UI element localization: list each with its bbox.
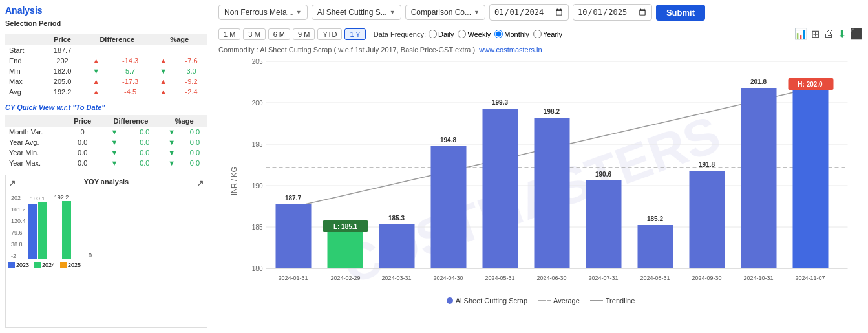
svg-text:2024-06-30: 2024-06-30 [536, 275, 566, 281]
print-icon[interactable]: 🖨 [823, 28, 834, 40]
bar-jan [276, 204, 312, 268]
freq-daily-radio[interactable] [429, 30, 437, 38]
period-ytd-button[interactable]: YTD [317, 28, 342, 40]
cy-diff-arrow: ▼ [100, 147, 128, 158]
svg-text:2024-09-30: 2024-09-30 [692, 275, 721, 281]
stat-pct-val [175, 45, 207, 56]
period-1y-button[interactable]: 1 Y [344, 28, 365, 40]
cy-pct-val: 0.0 [182, 137, 207, 147]
stat-diff-arrow: ▲ [83, 56, 109, 66]
date-start-input[interactable] [489, 4, 569, 21]
stat-label: Start [5, 45, 42, 56]
stat-pct-arrow: ▲ [151, 76, 175, 87]
freq-yearly-label[interactable]: Yearly [533, 30, 562, 38]
svg-text:201.8: 201.8 [750, 78, 767, 85]
stat-pct-arrow: ▲ [151, 56, 175, 66]
cy-diff-val: 0.0 [128, 137, 161, 147]
share-icon[interactable]: ⬛ [850, 28, 863, 40]
cy-diff-val: 0.0 [128, 147, 161, 158]
grid-icon[interactable]: ⊞ [811, 28, 820, 40]
period-bar: 1 M 3 M 6 M 9 M YTD 1 Y Data Frequency: … [213, 25, 868, 43]
bar-mar [379, 224, 415, 268]
svg-text:187.7: 187.7 [285, 195, 301, 202]
svg-text:2024-10-31: 2024-10-31 [743, 275, 773, 281]
cy-diff-arrow: ▼ [100, 137, 128, 147]
legend-bar-label: Al Sheet Cutting Scrap [456, 297, 527, 305]
stat-pct-val: -7.6 [175, 56, 207, 66]
stat-label: Avg [5, 87, 42, 97]
chart-container: INR / KG COSTMASTERS 205 200 195 190 185 [218, 55, 863, 294]
dropdown-metal-type[interactable]: Non Ferrous Meta... ▼ [218, 5, 308, 20]
freq-radio-group: Daily Weekly Monthly Yearly [429, 30, 562, 38]
stats-header-pct: %age [151, 34, 207, 45]
cy-diff-val: 0.0 [128, 127, 161, 137]
website-link[interactable]: www.costmasters.in [479, 46, 542, 54]
cy-diff-val: 0.0 [128, 158, 161, 168]
chart-legend: Al Sheet Cutting Scrap Average Trendline [218, 297, 863, 305]
expand-yoy-left[interactable]: ↗ [8, 178, 16, 188]
main-chart-svg: INR / KG COSTMASTERS 205 200 195 190 185 [218, 55, 863, 294]
freq-yearly-radio[interactable] [533, 30, 542, 38]
stat-price: 187.7 [42, 45, 83, 56]
bar-aug [638, 225, 673, 268]
cy-table: Price Difference %age Month Var. 0 ▼ 0.0… [5, 115, 207, 168]
stats-row: Start 187.7 [5, 45, 207, 56]
stat-pct-val: -2.4 [175, 87, 207, 97]
stats-row: Avg 192.2 ▲ -4.5 ▲ -2.4 [5, 87, 207, 97]
stat-pct-val: 3.0 [175, 66, 207, 76]
bar-nov [793, 86, 829, 268]
cy-label: Year Min. [5, 147, 65, 158]
cy-header-pct: %age [161, 115, 207, 127]
submit-button[interactable]: Submit [656, 5, 705, 21]
svg-text:180: 180 [252, 265, 263, 272]
dropdown-comparison[interactable]: Comparison Co... ▼ [405, 5, 485, 20]
right-panel: Non Ferrous Meta... ▼ Al Sheet Cutting S… [213, 0, 868, 333]
cy-pct-arrow: ▼ [161, 137, 182, 147]
dropdown-commodity[interactable]: Al Sheet Cutting S... ▼ [312, 5, 401, 20]
freq-weekly-radio[interactable] [458, 30, 466, 38]
svg-text:205: 205 [252, 58, 263, 65]
legend-item-bars: Al Sheet Cutting Scrap [447, 297, 527, 305]
svg-text:2024-08-31: 2024-08-31 [640, 275, 670, 281]
date-end-input[interactable] [573, 4, 652, 21]
stat-diff-arrow: ▼ [83, 66, 109, 76]
svg-text:2024-11-07: 2024-11-07 [795, 275, 825, 281]
freq-monthly-radio[interactable] [494, 30, 503, 38]
period-1m-button[interactable]: 1 M [218, 28, 240, 40]
svg-text:194.8: 194.8 [440, 136, 456, 144]
expand-yoy-right[interactable]: ↗ [196, 178, 204, 188]
cy-price: 0.0 [65, 137, 101, 147]
selection-period-label: Selection Period [5, 19, 207, 27]
svg-text:185.3: 185.3 [388, 215, 405, 222]
period-6m-button[interactable]: 6 M [268, 28, 290, 40]
svg-text:L: 185.1: L: 185.1 [333, 223, 358, 230]
freq-daily-label[interactable]: Daily [429, 30, 454, 38]
svg-text:2024-04-30: 2024-04-30 [433, 275, 463, 281]
cy-header-label [5, 115, 65, 127]
left-panel: Analysis Selection Period Price Differen… [0, 0, 213, 333]
cy-label: Month Var. [5, 127, 65, 137]
period-9m-button[interactable]: 9 M [293, 28, 315, 40]
svg-text:2024-01-31: 2024-01-31 [278, 275, 308, 281]
analysis-title: Analysis [5, 5, 207, 16]
legend-item-trend: Trendline [590, 297, 635, 305]
freq-weekly-label[interactable]: Weekly [458, 30, 491, 38]
period-3m-button[interactable]: 3 M [243, 28, 265, 40]
bar-feb [328, 226, 363, 268]
cy-row: Year Max. 0.0 ▼ 0.0 ▼ 0.0 [5, 158, 207, 168]
cy-header-diff: Difference [100, 115, 161, 127]
download-icon[interactable]: ⬇ [838, 28, 846, 40]
svg-text:200: 200 [252, 100, 263, 107]
stats-header-price: Price [42, 34, 83, 45]
freq-monthly-label[interactable]: Monthly [494, 30, 529, 38]
bar-chart-icon[interactable]: 📊 [794, 28, 807, 40]
stat-diff-arrow [83, 45, 109, 56]
yoy-y-axis: 202161.2120.479.638.8-2 [11, 195, 26, 259]
stat-label: Max [5, 76, 42, 87]
svg-text:2024-05-31: 2024-05-31 [485, 275, 514, 281]
bar-oct [741, 88, 777, 268]
svg-text:INR / KG: INR / KG [230, 167, 238, 195]
svg-text:190.6: 190.6 [595, 171, 611, 178]
svg-text:2024-02-29: 2024-02-29 [330, 275, 360, 281]
svg-text:191.8: 191.8 [699, 161, 715, 168]
